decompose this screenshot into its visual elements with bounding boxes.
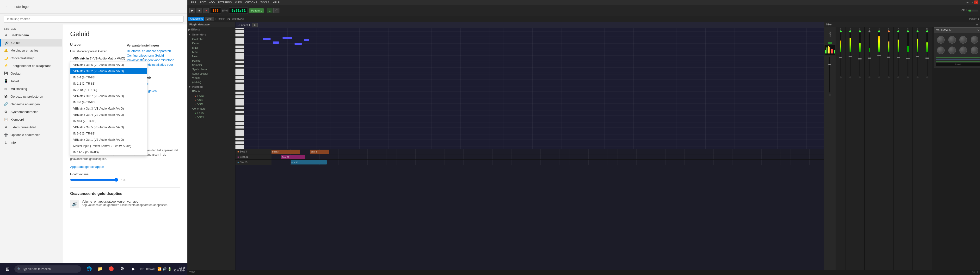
channel-pan-10[interactable] (926, 76, 928, 78)
settings-search-input[interactable] (4, 16, 183, 22)
fl-browser-drum[interactable]: Drum (188, 41, 235, 46)
fl-vst-knob-6[interactable] (948, 46, 956, 54)
dropdown-item[interactable]: IN MIX (2- TR-8S) (70, 118, 147, 124)
sidebar-item-extern[interactable]: 🖥 Extern bureaublad (0, 123, 62, 131)
sidebar-item-beeldscherm[interactable]: 🖥 Beeldscherm (0, 31, 62, 39)
fl-browser-vsti1[interactable]: ♪ VSTi (188, 98, 235, 102)
sidebar-item-tablet[interactable]: 📱 Tablet (0, 77, 62, 85)
fl-menu-options[interactable]: OPTIONS (244, 0, 259, 4)
fl-browser-generators[interactable]: ▼ Generators (188, 32, 235, 37)
taskbar-search[interactable]: 🔍 Typ hier om te zoeken (14, 266, 81, 273)
fl-browser-vsti2[interactable]: ♪ VSTi (188, 102, 235, 106)
fl-vst-knob-8[interactable] (970, 46, 978, 54)
dropdown-item[interactable]: VBMatrix Out 5 (VB-Audio Matrix VAIO) (70, 124, 147, 130)
song-block[interactable]: Nov 25 (291, 160, 327, 164)
channel-fader-knob-1[interactable] (839, 57, 842, 58)
fl-pattern-label[interactable]: Pattern 1 (249, 8, 264, 13)
channel-pan-5[interactable] (878, 76, 880, 78)
fl-mixer-settings[interactable]: ⚙ (976, 23, 978, 26)
fl-vst-fader-3[interactable] (936, 61, 980, 62)
dropdown-item[interactable]: IN 7-8 (2- TR-8S) (70, 99, 147, 106)
fl-vst-close[interactable]: ✕ (977, 28, 980, 32)
channel-led-10[interactable] (926, 30, 928, 32)
channel-led-1[interactable] (840, 30, 842, 32)
fl-browser-misc[interactable]: Misc (188, 50, 235, 54)
fl-browser-delete[interactable]: (delete) (188, 80, 235, 84)
sidebar-item-geluid[interactable]: 🔊 Geluid (0, 39, 62, 46)
channel-led-5[interactable] (878, 30, 880, 32)
settings-back-button[interactable]: ← (4, 3, 11, 11)
fl-note-grid[interactable] (244, 28, 824, 149)
sidebar-item-systeemonderdelen[interactable]: ⚙ Systeemonderdelen (0, 108, 62, 115)
taskbar-app-settings[interactable]: ⚙ (117, 264, 127, 274)
fl-master-fader-knob[interactable] (829, 64, 831, 65)
channel-fader-knob-7[interactable] (897, 57, 900, 58)
fl-vst-knob-5[interactable] (937, 46, 945, 54)
sidebar-item-opslag[interactable]: 💾 Opslag (0, 70, 62, 77)
fl-record-button[interactable]: ● (204, 8, 209, 13)
fl-bpm-display[interactable]: 130 (210, 8, 221, 14)
fl-play-button[interactable]: ▶ (189, 8, 195, 13)
sidebar-item-energiebeheer[interactable]: ⚡ Energiebeheer en slaapstand (0, 62, 62, 70)
dropdown-item[interactable]: VBMatrix Out 4 (VB-Audio Matrix VAIO) (70, 112, 147, 118)
channel-fader-knob-6[interactable] (887, 57, 890, 58)
dropdown-item[interactable]: IN 11-12 (2- TR-8S) (70, 149, 147, 155)
channel-led-7[interactable] (897, 30, 899, 32)
fl-note[interactable] (304, 39, 309, 41)
dropdown-item[interactable]: VBMatrix Out 3 (VB-Audio Matrix VAIO) (70, 106, 147, 112)
fl-browser-effects[interactable]: ▶ Effects (188, 27, 235, 32)
fl-browser-synth-classic[interactable]: Synth classic (188, 67, 235, 71)
channel-fader-knob-9[interactable] (916, 56, 919, 57)
fl-vst-knob-2[interactable] (948, 36, 956, 44)
track-blocks-1[interactable]: Beat 3: Beat 3: (272, 149, 824, 155)
fl-vst-fader-1[interactable] (936, 57, 980, 58)
fl-vst-fader-2[interactable] (936, 59, 980, 60)
fl-vst-output[interactable]: Output (936, 63, 980, 66)
related-link-privacy[interactable]: Privacyinstellingen voor microfoon (127, 58, 180, 62)
fl-menu-edit[interactable]: EDIT (198, 0, 207, 4)
fl-menu-view[interactable]: VIEW (234, 0, 243, 4)
channel-fader-knob-5[interactable] (877, 55, 881, 56)
fl-close-button[interactable]: ✕ (974, 0, 978, 4)
fl-note[interactable] (283, 37, 292, 39)
channel-led-3[interactable] (859, 30, 861, 32)
sidebar-item-info[interactable]: ℹ Info (0, 139, 62, 146)
fl-master-knob[interactable] (829, 94, 831, 96)
fl-browser-virtual[interactable]: Virtual (188, 76, 235, 80)
fl-stop-button[interactable]: ■ (197, 8, 202, 13)
fl-browser-sampler[interactable]: Sampler (188, 63, 235, 67)
fl-maximize-button[interactable]: □ (970, 0, 974, 4)
song-block[interactable]: Beat 3: (310, 150, 329, 154)
fl-menu-add[interactable]: ADD (208, 0, 216, 4)
fl-browser-midi[interactable]: MIDI (188, 46, 235, 50)
channel-pan-6[interactable] (888, 76, 890, 78)
dropdown-item[interactable]: IN 1-2 (2- TR-8S) (70, 81, 147, 87)
fl-browser-vst1-item[interactable]: ♪ VST1 (188, 115, 235, 119)
fl-menu-patterns[interactable]: PATTERNS (217, 0, 233, 4)
fl-browser-installed[interactable]: ▼ Installed (188, 84, 235, 89)
channel-fader-knob-8[interactable] (906, 58, 910, 59)
sidebar-item-gedeelde[interactable]: 🔗 Gedeelde ervaringen (0, 100, 62, 108)
start-button[interactable]: ⊞ (2, 263, 13, 275)
channel-led-9[interactable] (916, 30, 918, 32)
fl-browser-patcher[interactable]: Patcher (188, 58, 235, 63)
channel-pan-1[interactable] (840, 76, 842, 78)
fl-mixer-btn[interactable]: Mixer (205, 17, 214, 21)
sidebar-item-meldingen[interactable]: 🔔 Meldingen en acties (0, 46, 62, 54)
fl-snap-button[interactable]: 1 (267, 8, 272, 13)
fl-minimize-button[interactable]: ─ (966, 0, 969, 4)
song-block[interactable]: Beat 31 (281, 155, 305, 159)
fl-note[interactable] (263, 38, 270, 40)
fl-note[interactable] (294, 43, 302, 45)
fl-browser-installed-effects[interactable]: Effects (188, 89, 235, 93)
taskbar-app-terminal[interactable]: ▶ (128, 264, 138, 274)
fl-menu-file[interactable]: FILE (189, 0, 198, 4)
channel-pan-2[interactable] (849, 76, 851, 78)
fl-arranger-btn[interactable]: Arrangment (188, 17, 204, 21)
fl-browser-synth-special[interactable]: Synth special (188, 71, 235, 76)
fl-browser-fruity2[interactable]: ♪ Fruity (188, 111, 235, 115)
fl-browser-fruity1[interactable]: ♪ Fruity (188, 93, 235, 98)
fl-browser-new[interactable]: New (188, 54, 235, 58)
fl-browser-generators2[interactable]: Generators (188, 106, 235, 111)
taskbar-app-explorer[interactable]: 📁 (95, 264, 105, 274)
